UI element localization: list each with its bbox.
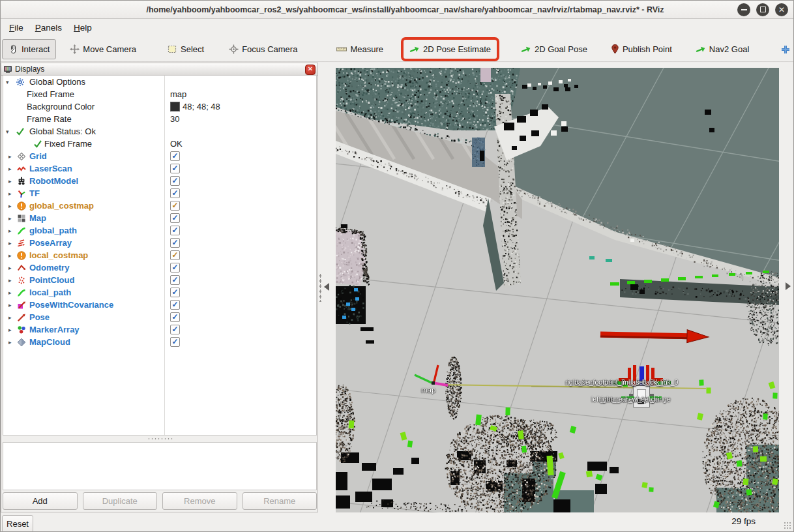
tool-[interactable] bbox=[774, 40, 794, 59]
display-label[interactable]: local_costmap bbox=[29, 250, 88, 260]
expand-arrow[interactable]: ▸ bbox=[8, 327, 12, 333]
display-label[interactable]: MapCloud bbox=[29, 337, 70, 347]
minimize-button[interactable] bbox=[737, 3, 750, 16]
display-label[interactable]: PoseWithCovariance bbox=[29, 300, 113, 310]
enabled-checkbox[interactable]: ✓ bbox=[170, 300, 180, 310]
display-label[interactable]: Grid bbox=[29, 151, 47, 161]
panel-close-button[interactable]: ✕ bbox=[305, 65, 316, 75]
add-button[interactable]: Add bbox=[3, 492, 78, 510]
expand-arrow[interactable]: ▸ bbox=[8, 277, 12, 284]
group-label[interactable]: Global Status: Ok bbox=[29, 126, 96, 136]
enabled-checkbox[interactable]: ✓ bbox=[170, 312, 180, 322]
group-label[interactable]: Global Options bbox=[29, 77, 85, 87]
expand-arrow[interactable]: ▸ bbox=[8, 252, 12, 259]
tool-move-camera[interactable]: Move Camera bbox=[64, 40, 142, 59]
tool-2d-pose-estimate[interactable]: 2D Pose Estimate bbox=[404, 40, 497, 59]
display-label[interactable]: Pose bbox=[29, 312, 50, 322]
tool-measure[interactable]: Measure bbox=[331, 40, 389, 59]
display-label[interactable]: global_costmap bbox=[29, 201, 94, 211]
resize-grip[interactable] bbox=[784, 522, 792, 530]
enabled-checkbox[interactable]: ✓ bbox=[170, 188, 180, 198]
status-label[interactable]: Fixed Frame bbox=[44, 139, 92, 149]
publish-point-pin-icon bbox=[611, 44, 619, 54]
vertical-splitter-dots[interactable] bbox=[319, 273, 321, 302]
expand-arrow[interactable]: ▸ bbox=[8, 339, 12, 346]
expand-arrow[interactable]: ▸ bbox=[8, 289, 12, 296]
display-row-tf: ▸TF✓ bbox=[3, 187, 316, 200]
tool-2d-goal-pose[interactable]: 2D Goal Pose bbox=[515, 40, 593, 59]
display-label[interactable]: local_path bbox=[29, 288, 71, 297]
enabled-checkbox[interactable]: ✓ bbox=[170, 263, 180, 273]
expand-arrow[interactable]: ▸ bbox=[8, 166, 12, 172]
enabled-checkbox[interactable]: ✓ bbox=[170, 238, 180, 248]
tool-select[interactable]: Select bbox=[162, 40, 210, 59]
tool-publish-point[interactable]: Publish Point bbox=[605, 40, 678, 59]
close-icon: ✕ bbox=[778, 6, 785, 14]
enabled-checkbox[interactable]: ✓ bbox=[170, 164, 180, 173]
close-button[interactable]: ✕ bbox=[775, 3, 788, 16]
tool-interact[interactable]: Interact bbox=[2, 39, 56, 59]
panel-collapse-handle[interactable] bbox=[324, 283, 329, 291]
enabled-checkbox[interactable]: ✓ bbox=[170, 337, 180, 347]
expand-arrow[interactable]: ▾ bbox=[6, 79, 9, 85]
display-label[interactable]: Map bbox=[29, 213, 46, 223]
display-label[interactable]: PoseArray bbox=[29, 238, 72, 248]
enabled-checkbox[interactable]: ✓ bbox=[170, 201, 180, 211]
display-label[interactable]: RobotModel bbox=[29, 176, 78, 186]
expand-arrow[interactable]: ▸ bbox=[8, 190, 12, 197]
expand-arrow[interactable]: ▸ bbox=[8, 153, 12, 160]
display-label[interactable]: Odometry bbox=[29, 263, 69, 273]
tool-focus-camera[interactable]: Focus Camera bbox=[223, 40, 303, 59]
enabled-checkbox[interactable]: ✓ bbox=[170, 226, 180, 235]
maximize-icon bbox=[760, 7, 766, 12]
display-label[interactable]: MarkerArray bbox=[29, 325, 80, 334]
property-label[interactable]: Frame Rate bbox=[27, 114, 72, 124]
property-row-frame-rate: Frame Rate30 bbox=[3, 113, 316, 125]
enabled-checkbox[interactable]: ✓ bbox=[170, 325, 180, 334]
enabled-checkbox[interactable]: ✓ bbox=[170, 213, 180, 223]
enabled-checkbox[interactable]: ✓ bbox=[170, 275, 180, 285]
property-label[interactable]: Fixed Frame bbox=[27, 89, 74, 99]
maximize-button[interactable] bbox=[756, 3, 769, 16]
property-label[interactable]: Background Color bbox=[27, 102, 95, 111]
enabled-checkbox[interactable]: ✓ bbox=[170, 176, 180, 186]
menu-panels[interactable]: Panels bbox=[29, 20, 68, 35]
reset-button[interactable]: Reset bbox=[2, 515, 33, 532]
expand-arrow[interactable]: ▸ bbox=[8, 203, 12, 209]
expand-arrow[interactable]: ▾ bbox=[6, 128, 9, 135]
expand-arrow[interactable]: ▸ bbox=[8, 265, 12, 271]
add-tool-icon bbox=[780, 44, 791, 55]
expand-arrow[interactable]: ▸ bbox=[8, 314, 12, 321]
display-label[interactable]: TF bbox=[29, 188, 40, 198]
expand-arrow[interactable]: ▸ bbox=[8, 240, 12, 246]
property-value[interactable]: map bbox=[170, 89, 186, 99]
property-value[interactable]: 30 bbox=[170, 114, 179, 124]
display-row-global-costmap: ▸global_costmap✓ bbox=[3, 200, 316, 212]
enabled-checkbox[interactable]: ✓ bbox=[170, 151, 180, 161]
title-bar[interactable]: /home/yahboom/yahboomcar_ros2_ws/yahboom… bbox=[1, 1, 793, 19]
menu-file[interactable]: File bbox=[3, 20, 29, 35]
display-label[interactable]: global_path bbox=[29, 226, 77, 235]
menu-help[interactable]: Help bbox=[68, 20, 98, 35]
enabled-checkbox[interactable]: ✓ bbox=[170, 288, 180, 297]
display-row-odometry: ▸Odometry✓ bbox=[3, 261, 316, 274]
focus-camera-icon bbox=[229, 44, 239, 54]
displays-buttons-row: AddDuplicateRemoveRename bbox=[3, 492, 317, 510]
color-swatch bbox=[170, 102, 180, 111]
display-label[interactable]: PointCloud bbox=[29, 275, 74, 285]
pose-arrow-icon bbox=[409, 44, 420, 54]
render-viewport[interactable]: map right_front_wheel_link_0base_footpri… bbox=[336, 68, 779, 512]
displays-panel-header[interactable]: Displays ✕ bbox=[1, 63, 317, 76]
expand-arrow[interactable]: ▸ bbox=[8, 228, 12, 234]
expand-arrow[interactable]: ▸ bbox=[8, 215, 12, 222]
enabled-checkbox[interactable]: ✓ bbox=[170, 250, 180, 260]
3d-scene-canvas[interactable] bbox=[336, 68, 779, 512]
expand-arrow[interactable]: ▸ bbox=[8, 302, 12, 308]
display-row-local-path: ▸local_path✓ bbox=[3, 286, 316, 299]
tool-nav2-goal[interactable]: Nav2 Goal bbox=[690, 40, 755, 59]
panel-expand-handle[interactable] bbox=[786, 282, 791, 290]
panel-splitter-handle[interactable] bbox=[147, 437, 173, 440]
expand-arrow[interactable]: ▸ bbox=[8, 178, 12, 185]
property-value[interactable]: 48; 48; 48 bbox=[170, 102, 220, 111]
display-label[interactable]: LaserScan bbox=[29, 164, 72, 173]
